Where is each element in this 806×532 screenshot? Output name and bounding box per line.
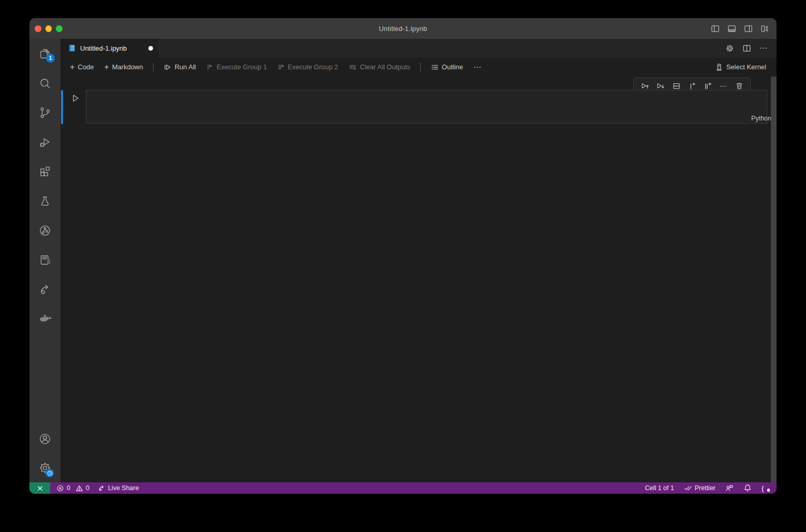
sidebar-item-gitlens[interactable] bbox=[29, 216, 60, 245]
toggle-secondary-sidebar-icon[interactable] bbox=[744, 24, 753, 33]
sidebar-item-run-debug[interactable] bbox=[29, 127, 60, 157]
toolbar-separator bbox=[153, 63, 154, 71]
minimize-window-button[interactable] bbox=[45, 25, 52, 32]
run-all-button[interactable]: Run All bbox=[159, 61, 200, 73]
sidebar-item-notebooks[interactable] bbox=[29, 245, 60, 275]
clock-icon bbox=[47, 470, 53, 476]
sidebar-item-source-control[interactable] bbox=[29, 98, 60, 127]
split-editor-icon[interactable] bbox=[742, 44, 751, 53]
execute-group-2-icon bbox=[278, 64, 285, 71]
execute-group-1-icon bbox=[206, 64, 214, 71]
notebook-settings-gear-icon[interactable] bbox=[725, 44, 734, 53]
error-count: 0 bbox=[67, 484, 70, 492]
sidebar-item-testing[interactable] bbox=[29, 186, 60, 216]
customize-layout-icon[interactable] bbox=[761, 24, 769, 33]
editor-more-actions-icon[interactable]: ⋯ bbox=[759, 43, 768, 53]
problems-indicator[interactable]: 0 0 bbox=[56, 484, 89, 492]
tab-untitled-1-ipynb[interactable]: Untitled-1.ipynb bbox=[60, 39, 158, 57]
notebook-icon bbox=[38, 253, 52, 267]
commit-graph-icon bbox=[38, 224, 52, 237]
zoom-window-button[interactable] bbox=[56, 25, 63, 32]
close-window-button[interactable] bbox=[35, 25, 41, 32]
settings-update-badge bbox=[45, 469, 54, 477]
warning-count: 0 bbox=[86, 484, 89, 492]
warning-icon bbox=[75, 484, 83, 492]
run-debug-icon bbox=[38, 135, 52, 149]
titlebar: Untitled-1.ipynb bbox=[29, 18, 777, 39]
cell-code-editor[interactable] bbox=[86, 90, 767, 124]
feedback-icon[interactable] bbox=[725, 484, 734, 492]
sidebar-item-explorer[interactable]: 1 bbox=[29, 39, 60, 68]
account-icon bbox=[38, 432, 52, 446]
sidebar-item-extensions[interactable] bbox=[29, 157, 60, 186]
outline-list-icon bbox=[431, 63, 439, 71]
tab-label: Untitled-1.ipynb bbox=[80, 44, 144, 52]
run-all-icon bbox=[163, 63, 172, 71]
toolbar-separator bbox=[420, 63, 421, 71]
accounts-button[interactable] bbox=[29, 424, 60, 453]
toggle-panel-icon[interactable] bbox=[727, 24, 736, 33]
extensions-icon bbox=[38, 165, 52, 178]
modified-dot-icon[interactable] bbox=[148, 46, 153, 51]
remote-icon bbox=[36, 484, 44, 492]
notebook-file-icon bbox=[68, 44, 76, 52]
error-icon bbox=[56, 484, 64, 492]
cell-position-indicator[interactable]: Cell 1 of 1 bbox=[645, 484, 674, 492]
clear-outputs-icon bbox=[348, 63, 357, 71]
activity-bar: 1 bbox=[29, 39, 60, 482]
docker-whale-icon bbox=[38, 312, 52, 326]
sidebar-item-search[interactable] bbox=[29, 68, 60, 98]
plus-icon: + bbox=[70, 64, 74, 70]
cell-selection-bar[interactable] bbox=[61, 90, 63, 124]
execute-group-1-button[interactable]: Execute Group 1 bbox=[202, 61, 271, 73]
check-all-icon bbox=[684, 484, 692, 492]
explorer-badge: 1 bbox=[46, 54, 55, 63]
window-title: Untitled-1.ipynb bbox=[379, 25, 428, 33]
toolbar-more-actions-icon[interactable]: ⋯ bbox=[469, 60, 486, 74]
trash-icon bbox=[735, 82, 743, 90]
select-kernel-button[interactable]: Select Kernel bbox=[712, 61, 769, 73]
notebook-scrollbar[interactable] bbox=[771, 77, 777, 482]
notebook-toolbar: + Code + Markdown Run All bbox=[60, 57, 777, 77]
live-share-button[interactable]: Live Share bbox=[98, 484, 139, 492]
cell-language-picker[interactable]: Python bbox=[751, 115, 771, 122]
code-cell: Python bbox=[60, 90, 777, 124]
settings-gear-button[interactable] bbox=[29, 453, 60, 482]
kernel-icon bbox=[715, 63, 723, 71]
sidebar-item-live-share[interactable] bbox=[29, 275, 60, 304]
prettier-status[interactable]: Prettier bbox=[684, 484, 716, 492]
testing-beaker-icon bbox=[38, 194, 52, 208]
add-code-cell-button[interactable]: + Code bbox=[66, 61, 98, 73]
plus-icon: + bbox=[104, 64, 109, 70]
traffic-lights bbox=[35, 25, 63, 32]
tab-bar: Untitled-1.ipynb bbox=[60, 39, 777, 57]
search-icon bbox=[38, 77, 52, 90]
play-icon bbox=[71, 94, 80, 103]
clear-all-outputs-button[interactable]: Clear All Outputs bbox=[344, 61, 415, 73]
status-bar: 0 0 Live Share Cell 1 of 1 Prettier bbox=[29, 482, 777, 494]
source-control-icon bbox=[38, 106, 52, 119]
add-markdown-cell-button[interactable]: + Markdown bbox=[100, 61, 147, 73]
live-share-icon bbox=[38, 283, 52, 296]
notifications-bell-icon[interactable] bbox=[743, 484, 752, 492]
remote-indicator-button[interactable] bbox=[29, 482, 50, 494]
run-cell-button[interactable] bbox=[71, 94, 80, 103]
live-share-icon bbox=[98, 484, 105, 492]
toggle-primary-sidebar-icon[interactable] bbox=[711, 24, 720, 33]
outline-button[interactable]: Outline bbox=[427, 61, 467, 73]
vscode-window: Untitled-1.ipynb 1 bbox=[29, 18, 777, 494]
notebook-editor: ⋯ bbox=[60, 77, 777, 482]
sidebar-item-docker[interactable] bbox=[29, 304, 60, 333]
execute-group-2-button[interactable]: Execute Group 2 bbox=[273, 61, 343, 73]
formatting-brace-icon[interactable]: { bbox=[762, 484, 769, 492]
